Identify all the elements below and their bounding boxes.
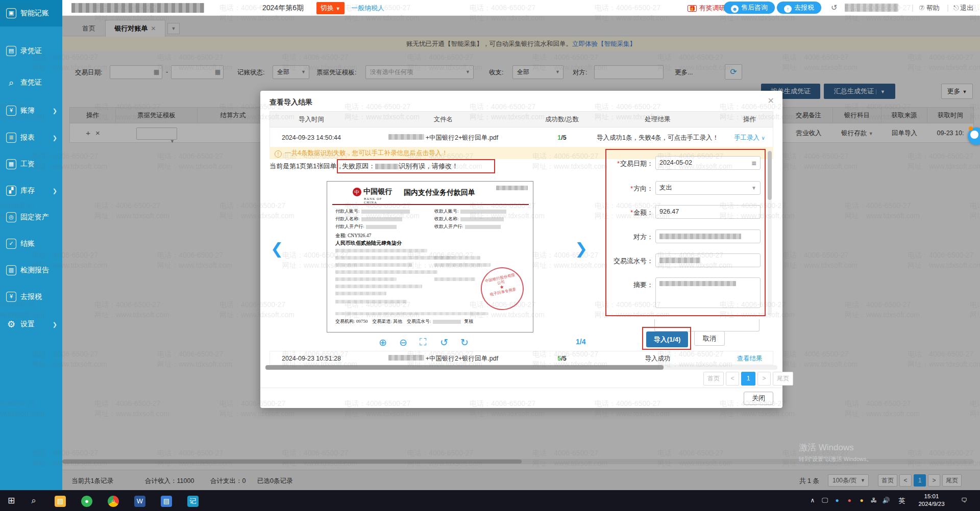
windows-start-button[interactable]: ⊞ xyxy=(0,490,22,511)
prev-receipt-chevron[interactable]: ❮ xyxy=(271,240,283,258)
sidebar-item-gear[interactable]: ⚙设置❯ xyxy=(0,312,62,337)
wps-icon[interactable]: ▤ xyxy=(155,490,178,511)
form-vertical-scrollbar[interactable] xyxy=(768,150,772,315)
file-explorer-icon[interactable]: ▤ xyxy=(49,490,71,511)
modal-last-page[interactable]: 尾页 xyxy=(773,372,793,386)
modal-table-header: 导入时间 文件名 成功数/总数 处理结果 操作 xyxy=(270,111,773,127)
browser-360-icon[interactable]: ● xyxy=(76,490,98,511)
rotate-right-icon[interactable]: ↻ xyxy=(460,337,469,348)
modal-current-page[interactable]: 1 xyxy=(741,372,755,386)
zoom-out-icon[interactable]: ⊖ xyxy=(399,337,407,348)
file-name-redacted xyxy=(388,355,424,361)
sidebar-item-detect-report[interactable]: ▥检测报告 xyxy=(0,258,62,283)
taskbar-search-icon[interactable]: ⌕ xyxy=(22,490,45,511)
serial-input[interactable] xyxy=(655,253,761,267)
fail-reason-suffix: 识别有误，请修改！ xyxy=(399,162,458,170)
sidebar-item-tax[interactable]: ¥去报税 xyxy=(0,285,62,309)
next-receipt-chevron[interactable]: ❯ xyxy=(575,240,587,258)
receipt-redacted-row xyxy=(335,270,437,274)
inventory-icon: ▞ xyxy=(6,186,16,196)
receipt-divider xyxy=(332,204,529,205)
go-tax-button[interactable]: ↑去报税 xyxy=(777,2,821,14)
receipt-redacted-row xyxy=(434,256,480,260)
user-info-redacted xyxy=(845,4,898,12)
tray-app1-icon[interactable]: ● xyxy=(831,490,843,511)
help-link[interactable]: ⑦帮助 xyxy=(919,4,940,13)
sidebar-item-search[interactable]: ⌕查凭证 xyxy=(0,70,62,95)
bank-of-china-logo: 中中国银行 BANK OF CHINA xyxy=(353,187,392,196)
closing-icon: ✓ xyxy=(6,239,16,249)
bank-receipt-preview: 中中国银行 BANK OF CHINA 国内支付业务付款回单 付款人账号: 收款… xyxy=(327,181,533,333)
payer-no-label: 付款人账号: xyxy=(335,208,410,215)
rotate-left-icon[interactable]: ↺ xyxy=(440,337,448,348)
caret-down-icon: ▼ xyxy=(336,6,340,11)
modal-close-button[interactable]: 关闭 xyxy=(744,392,773,405)
word-icon[interactable]: W xyxy=(129,490,151,511)
file-name: +中国银行2+银行回单.pdf xyxy=(353,127,534,148)
sidebar-item-closing[interactable]: ✓结账 xyxy=(0,232,62,256)
sidebar-item-inventory[interactable]: ▞库存❯ xyxy=(0,178,62,203)
sidebar-item-voucher-form[interactable]: ▤录凭证 xyxy=(0,39,62,63)
modal-prev-page[interactable]: < xyxy=(726,372,739,386)
sidebar-item-ledger[interactable]: ¥账簿❯ xyxy=(0,98,62,123)
language-indicator[interactable]: 英 xyxy=(895,490,909,511)
logout-link[interactable]: ⎋退出 xyxy=(953,4,973,13)
tray-expand-icon[interactable]: ∧ xyxy=(806,490,819,511)
caret-down-icon: ▼ xyxy=(751,182,756,194)
modal-next-page[interactable]: > xyxy=(757,372,771,386)
logout-icon: ⎋ xyxy=(953,4,959,12)
switch-period-button[interactable]: 切换 ▼ xyxy=(316,2,345,14)
tray-network-icon[interactable]: 🖧 xyxy=(868,490,880,511)
receipt-redacted-row xyxy=(335,285,422,288)
summary-textarea[interactable] xyxy=(655,277,761,308)
amount-input[interactable]: 926.47 xyxy=(655,205,761,219)
chrome-icon[interactable]: ○ xyxy=(102,490,125,511)
survey-link[interactable]: 🎁有奖调研 xyxy=(688,4,725,13)
tray-volume-icon[interactable]: 🔊 xyxy=(880,490,892,511)
scrollbar-thumb[interactable] xyxy=(265,365,664,370)
transaction-date-input[interactable]: 2024-05-02▦ xyxy=(655,156,761,170)
modal-horizontal-scrollbar[interactable] xyxy=(265,365,777,370)
tray-app3-icon[interactable]: ● xyxy=(855,490,868,511)
party-input[interactable] xyxy=(655,229,761,243)
accounting-app-icon[interactable]: 记 xyxy=(182,490,204,511)
sidebar-item-fixed-asset[interactable]: ◎固定资产 xyxy=(0,205,62,229)
upload-icon: ↑ xyxy=(784,5,792,13)
zoom-in-icon[interactable]: ⊕ xyxy=(379,337,387,348)
ledger-icon: ¥ xyxy=(6,106,16,116)
view-result-link[interactable]: 查看结果 xyxy=(725,351,774,366)
modal-first-page[interactable]: 首页 xyxy=(703,372,724,386)
chevron-right-icon: ❯ xyxy=(53,108,57,114)
notification-center-icon[interactable]: 🗨 xyxy=(955,490,973,511)
sidebar-item-monitor[interactable]: ▣智能记账 xyxy=(0,0,62,27)
after-sales-button[interactable]: ☻售后咨询 xyxy=(724,2,775,14)
fit-screen-icon[interactable]: ⛶ xyxy=(420,337,426,348)
import-button[interactable]: 导入(1/4) xyxy=(646,331,688,347)
sidebar-item-report[interactable]: ≣报表❯ xyxy=(0,125,62,150)
salary-icon: ▦ xyxy=(6,159,16,169)
calendar-icon[interactable]: ▦ xyxy=(752,157,756,169)
scrollbar-thumb[interactable] xyxy=(768,151,772,200)
fail-reason-highlight: 失败原因：识别有误，请修改！ xyxy=(337,159,495,173)
undo-icon[interactable]: ↺ xyxy=(831,3,838,12)
taskbar-clock[interactable]: 15:012024/9/23 xyxy=(914,493,949,508)
headset-icon: ☻ xyxy=(731,5,739,13)
tray-app2-icon[interactable]: ● xyxy=(843,490,855,511)
receipt-title: 国内支付业务付款回单 xyxy=(404,188,475,197)
bank-stamp: 中国银行股份有限公司 ★ 电子回单专用章 xyxy=(477,263,528,314)
divider: | xyxy=(947,4,949,12)
gear-icon: ⚙ xyxy=(6,319,16,329)
tray-display-icon[interactable]: 🖵 xyxy=(819,490,831,511)
import-result-modal: 查看导入结果 ✕ 导入时间 文件名 成功数/总数 处理结果 操作 2024-09… xyxy=(260,91,782,408)
process-result: 导入成功 xyxy=(590,351,725,366)
direction-select[interactable]: 支出▼ xyxy=(655,181,761,195)
cancel-button[interactable]: 取消 xyxy=(694,331,725,346)
manual-entry-link[interactable]: 手工录入 ∨ xyxy=(725,127,774,148)
fail-field-redacted xyxy=(375,164,399,169)
modal-close-icon[interactable]: ✕ xyxy=(768,96,774,106)
import-time: 2024-09-23 10:51:28 xyxy=(270,351,353,366)
sidebar-item-salary[interactable]: ▦工资 xyxy=(0,152,62,176)
import-button-highlight: 导入(1/4) xyxy=(642,327,691,350)
sidebar-item-label: 设置 xyxy=(20,320,35,329)
taxpayer-type-link[interactable]: 一般纳税人 xyxy=(351,4,384,13)
